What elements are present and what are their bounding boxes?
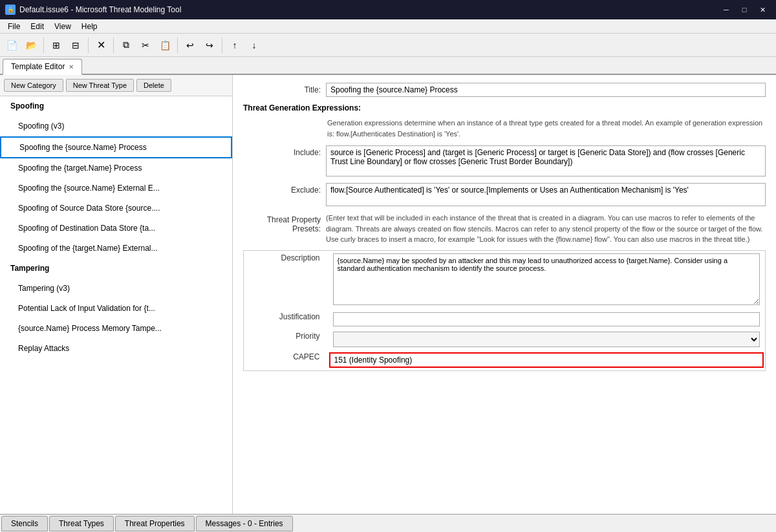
right-panel: Title: Threat Generation Expressions: Ge… — [233, 75, 776, 514]
move-up-button[interactable]: ↑ — [226, 36, 244, 54]
expand-button[interactable]: ⊞ — [47, 36, 65, 54]
cut-button[interactable]: ✂ — [136, 36, 155, 54]
threat-list[interactable]: Spoofing Spoofing (v3) Spoofing the {sou… — [0, 96, 232, 514]
priority-label: Priority — [244, 329, 328, 350]
tab-messages[interactable]: Messages - 0 - Entries — [196, 516, 293, 531]
priority-row: Priority Low Medium High — [244, 329, 766, 350]
template-editor-tab-label: Template Editor — [11, 62, 65, 71]
exclude-label: Exclude: — [243, 183, 321, 195]
threat-spoofing-source-process[interactable]: Spoofing the {source.Name} Process — [0, 136, 232, 158]
delete-toolbar-button[interactable]: ✕ — [92, 36, 110, 54]
justification-label: Justification — [244, 310, 328, 329]
bottom-tab-bar: Stencils Threat Types Threat Properties … — [0, 514, 776, 532]
template-editor-tab-close[interactable]: ✕ — [69, 63, 74, 70]
threat-spoofing-target-process[interactable]: Spoofing the {target.Name} Process — [0, 158, 232, 178]
collapse-button[interactable]: ⊟ — [67, 36, 85, 54]
include-label: Include: — [243, 145, 321, 157]
presets-row: Threat Property Presets: (Enter text tha… — [243, 213, 766, 245]
exclude-row: Exclude: — [243, 183, 766, 206]
toolbar-sep-2 — [88, 37, 89, 53]
threat-spoofing-source-data-store[interactable]: Spoofing of Source Data Store {source...… — [0, 198, 232, 218]
priority-select[interactable]: Low Medium High — [333, 332, 760, 347]
tab-stencils[interactable]: Stencils — [1, 516, 48, 531]
toolbar: 📄 📂 ⊞ ⊟ ✕ ⧉ ✂ 📋 ↩ ↪ ↑ ↓ — [0, 34, 776, 57]
toolbar-sep-3 — [113, 37, 114, 53]
close-button[interactable]: ✕ — [754, 3, 771, 16]
menu-edit[interactable]: Edit — [25, 21, 49, 32]
menu-help[interactable]: Help — [76, 21, 103, 32]
capec-label: CAPEC — [244, 350, 328, 371]
category-tampering[interactable]: Tampering — [0, 259, 232, 279]
capec-input[interactable] — [329, 352, 764, 368]
title-row: Title: — [243, 83, 766, 97]
open-file-button[interactable]: 📂 — [22, 36, 40, 54]
threat-replay-attacks[interactable]: Replay Attacks — [0, 339, 232, 359]
title-label: Title: — [243, 83, 321, 94]
justification-row: Justification — [244, 310, 766, 329]
title-input[interactable] — [326, 83, 766, 97]
new-file-button[interactable]: 📄 — [3, 36, 21, 54]
property-table: Description Justification Priority — [243, 250, 766, 371]
paste-button[interactable]: 📋 — [156, 36, 174, 54]
tab-threat-types[interactable]: Threat Types — [49, 516, 114, 531]
new-category-button[interactable]: New Category — [4, 79, 63, 92]
threat-memory-tamper[interactable]: {source.Name} Process Memory Tampe... — [0, 319, 232, 339]
presets-desc: (Enter text that will be included in eac… — [326, 213, 766, 245]
tab-threat-properties[interactable]: Threat Properties — [115, 516, 195, 531]
toolbar-sep-4 — [177, 37, 178, 53]
threat-input-validation[interactable]: Potential Lack of Input Validation for {… — [0, 299, 232, 319]
threat-spoofing-dest-data-store[interactable]: Spoofing of Destination Data Store {ta..… — [0, 218, 232, 239]
redo-button[interactable]: ↪ — [200, 36, 219, 54]
left-toolbar: New Category New Threat Type Delete — [0, 75, 232, 96]
main-content: New Category New Threat Type Delete Spoo… — [0, 75, 776, 514]
threat-spoofing-source-external[interactable]: Spoofing the {source.Name} External E... — [0, 178, 232, 198]
window-controls: ─ □ ✕ — [718, 3, 771, 16]
move-down-button[interactable]: ↓ — [245, 36, 263, 54]
minimize-button[interactable]: ─ — [718, 3, 735, 16]
toolbar-sep-5 — [222, 37, 222, 53]
toolbar-sep-1 — [43, 37, 44, 53]
exclude-input[interactable] — [326, 183, 766, 206]
include-row: Include: — [243, 145, 766, 176]
capec-row: CAPEC — [244, 350, 766, 371]
copy-button[interactable]: ⧉ — [117, 36, 135, 54]
presets-label: Threat Property Presets: — [243, 213, 321, 233]
description-input[interactable] — [333, 253, 760, 305]
threat-tampering-v3[interactable]: Tampering (v3) — [0, 279, 232, 299]
new-threat-type-button[interactable]: New Threat Type — [66, 79, 134, 92]
threat-gen-label: Threat Generation Expressions: — [243, 103, 766, 112]
left-panel: New Category New Threat Type Delete Spoo… — [0, 75, 233, 514]
threat-spoofing-target-external[interactable]: Spoofing of the {target.Name} External..… — [0, 239, 232, 259]
template-editor-tab[interactable]: Template Editor ✕ — [3, 59, 82, 75]
description-row: Description — [244, 250, 766, 310]
undo-button[interactable]: ↩ — [181, 36, 199, 54]
menu-file[interactable]: File — [3, 21, 25, 32]
category-spoofing[interactable]: Spoofing — [0, 96, 232, 116]
maximize-button[interactable]: □ — [736, 3, 753, 16]
app-icon: 🔒 — [5, 5, 16, 15]
menu-view[interactable]: View — [49, 21, 76, 32]
delete-button[interactable]: Delete — [136, 79, 171, 92]
menu-bar: File Edit View Help — [0, 19, 776, 34]
window-title: Default.issue6 - Microsoft Threat Modeli… — [19, 5, 181, 14]
justification-input[interactable] — [333, 312, 760, 326]
description-label: Description — [244, 250, 328, 310]
title-bar: 🔒 Default.issue6 - Microsoft Threat Mode… — [0, 0, 776, 19]
threat-gen-desc: Generation expressions determine when an… — [243, 118, 766, 139]
threat-spoofing-v3[interactable]: Spoofing (v3) — [0, 116, 232, 136]
tab-bar: Template Editor ✕ — [0, 57, 776, 75]
include-input[interactable] — [326, 145, 766, 176]
